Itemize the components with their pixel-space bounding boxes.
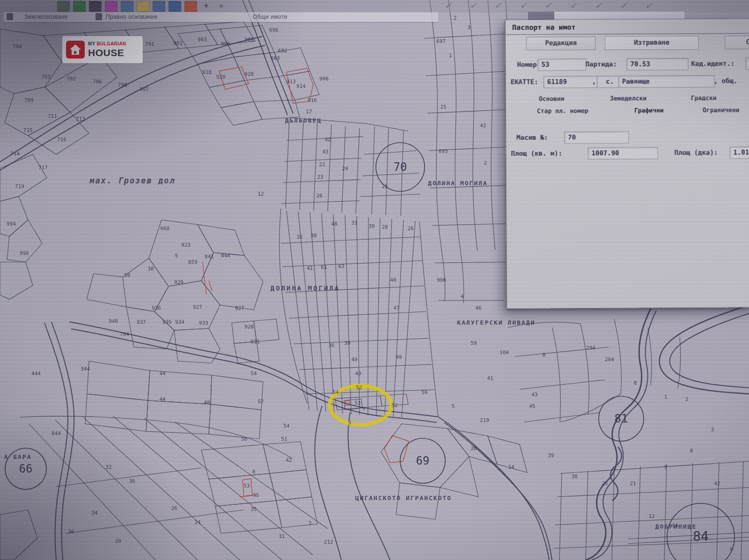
dialog-btn-1[interactable]: Редакция	[526, 36, 595, 51]
parcel-number: 841	[205, 254, 214, 260]
toolbar-icon[interactable]	[89, 1, 102, 12]
toolbar-faded-icon[interactable]: ✓	[595, 0, 604, 12]
parcel-number: 49	[351, 356, 357, 363]
ekatte-input[interactable]: 61189	[543, 76, 598, 88]
partida-input[interactable]: 70.53	[626, 58, 688, 71]
region-label: ДЪЛБОВЕЦ	[285, 117, 322, 124]
parcel-number: 928	[244, 71, 254, 77]
nomer-input[interactable]: 53	[537, 58, 586, 71]
parcel-number: 44	[159, 396, 166, 402]
region-label: КАЛУГЕРСКИ ЛИВАДИ	[457, 319, 535, 326]
toolbar-icon[interactable]	[153, 1, 165, 12]
toolbar-faded-icon[interactable]: ✓	[569, 0, 579, 12]
parcel-number: 908	[437, 277, 446, 283]
massif-number: 84	[693, 529, 709, 544]
parcel-number: 1	[664, 394, 668, 400]
masiv-input[interactable]: 70	[564, 131, 629, 144]
dialog-tab-2[interactable]: Графични	[634, 107, 664, 114]
parcel-number: 20	[470, 445, 477, 451]
dialog-title: Паспорт на имот	[512, 23, 576, 32]
parcel-number: 52	[391, 402, 397, 408]
parcel-number: 717	[38, 165, 48, 171]
parcel-number: 50	[241, 436, 247, 442]
toolbar-icon[interactable]	[121, 1, 133, 12]
parcel-number: 344	[81, 366, 90, 372]
region-label: ДОЛИНА МОГИЛА	[428, 180, 488, 187]
dialog-btn-3[interactable]: Справ	[725, 36, 749, 50]
toolbar-icon[interactable]: ✳	[215, 1, 227, 11]
toolbar-icon[interactable]	[169, 1, 181, 12]
settlement-input[interactable]: Равнище	[618, 75, 715, 88]
toolbar-faded-icon[interactable]: ✓	[469, 0, 479, 12]
massif-number: 70	[394, 160, 407, 174]
kad-ident-input[interactable]	[745, 58, 749, 70]
parcel-number: 26	[171, 505, 177, 511]
parcel-number: 63	[338, 263, 344, 269]
toolbar-faded-icon[interactable]: ✓	[519, 0, 529, 12]
region-label: А БАРА	[4, 453, 32, 460]
toolbar-faded-icon[interactable]: ✓	[494, 0, 504, 12]
window-tab-1[interactable]: Землеползване	[24, 14, 68, 20]
area-m2-input[interactable]: 1007.90	[587, 147, 658, 160]
parcel-number: 711	[48, 113, 57, 119]
parcel-number: 707	[140, 87, 149, 93]
window-tab-2[interactable]: Правно основание	[106, 14, 157, 20]
highlighted-parcel-mark: x	[362, 406, 366, 412]
map-red-marks	[203, 67, 409, 497]
toolbar-icon[interactable]: +	[200, 1, 212, 11]
parcel-number: 827	[235, 305, 244, 311]
parcel-number: 714	[10, 151, 20, 157]
parcel-number: 212	[324, 539, 333, 545]
toolbar-faded-icon[interactable]: ✓	[620, 0, 630, 12]
parcel-number: 706	[93, 79, 102, 85]
toolbar-faded-icon[interactable]: ✓	[444, 0, 454, 12]
parcel-number: 693	[439, 148, 448, 154]
parcel-number: 859	[188, 259, 198, 265]
parcel-number: 931	[250, 339, 260, 345]
parcel-number: 9	[664, 464, 668, 470]
parcel-number: 23	[317, 174, 323, 180]
parcel-number: 48	[204, 400, 210, 406]
parcel-number: 17	[306, 109, 312, 115]
parcel-number: 20	[316, 193, 322, 199]
parcel-number: 42	[324, 137, 330, 143]
toolbar-icon[interactable]	[73, 1, 86, 12]
logo-house: HOUSE	[88, 47, 126, 58]
parcel-number: 38	[310, 233, 316, 239]
toolbar-faded-icon[interactable]: ✓	[544, 0, 554, 12]
toolbar-icon[interactable]	[105, 1, 117, 12]
area-m2-label: Площ (кв. м):	[511, 149, 562, 157]
dialog-tab-3[interactable]: Градски	[691, 95, 717, 102]
parcel-number: 918	[202, 69, 212, 75]
dialog-tab-1[interactable]: Основни	[539, 95, 565, 102]
parcel-number: 996	[20, 250, 29, 256]
toolbar-icon[interactable]	[184, 1, 197, 12]
parcel-number: 716	[57, 137, 66, 143]
parcel-number: 844	[221, 253, 230, 259]
parcel-number: 34	[91, 510, 98, 516]
dialog-tab-3[interactable]: Ограничени	[703, 106, 739, 113]
parcel-number: 968	[160, 225, 169, 232]
dialog-btn-2[interactable]: Изтриване	[605, 36, 698, 50]
parcel-number: 38	[147, 266, 154, 272]
parcel-number: 31	[351, 220, 357, 226]
parcel-number: 25	[440, 104, 446, 110]
toolbar-faded-icons: ✓✓✓✓✓✓✓✓✓	[445, 0, 654, 11]
parcel-number: 844	[51, 430, 61, 436]
toolbar-icon[interactable]	[57, 1, 70, 12]
parcel-number: 12	[648, 513, 654, 519]
toolbar-icon[interactable]	[137, 1, 149, 12]
area-dka-input[interactable]: 1.01	[729, 146, 749, 159]
masiv-label: Масив №:	[516, 134, 548, 141]
highlighted-parcel-number: 53	[354, 400, 360, 406]
toolbar-faded-icon[interactable]: ✓	[645, 0, 654, 12]
dialog-tab-1[interactable]: Стар пл. номер	[537, 107, 588, 115]
window-tab-3[interactable]: Общи имоти	[253, 14, 287, 20]
parcel-number: 22	[319, 161, 325, 167]
parcel-number: 59	[470, 340, 477, 346]
parcel-number: 28	[382, 224, 388, 230]
parcel-number: 8	[690, 448, 693, 454]
dialog-tab-2[interactable]: Земеделски	[610, 95, 646, 102]
parcel-number: 57	[257, 399, 264, 405]
parcel-number: 36	[328, 342, 334, 349]
